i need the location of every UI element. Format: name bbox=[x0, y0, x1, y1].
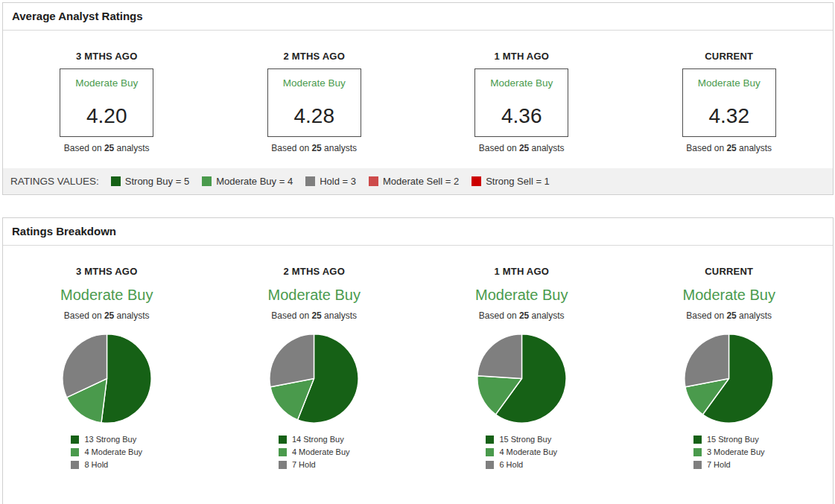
moderate-buy-swatch-icon bbox=[279, 448, 287, 456]
analysts-note-suffix: analysts bbox=[114, 310, 149, 321]
pie-legend-label: 4 Moderate Buy bbox=[499, 447, 557, 456]
breakdown-column: CURRENT Moderate Buy Based on 25 analyst… bbox=[626, 266, 834, 473]
moderate-buy-swatch-icon bbox=[71, 448, 79, 456]
rating-value: 4.20 bbox=[86, 106, 127, 127]
hold-swatch-icon bbox=[693, 461, 702, 469]
pie-legend-label: 13 Strong Buy bbox=[84, 435, 136, 444]
pie-legend-item: 4 Moderate Buy bbox=[486, 447, 557, 456]
analysts-note-prefix: Based on bbox=[479, 310, 519, 321]
breakdown-rating-label: Moderate Buy bbox=[418, 287, 626, 304]
ratings-values-item-label: Strong Sell = 1 bbox=[486, 176, 550, 187]
rating-label: Moderate Buy bbox=[75, 77, 138, 89]
period-label: 3 MTHS AGO bbox=[3, 266, 211, 277]
period-label: 2 MTHS AGO bbox=[211, 51, 419, 62]
average-ratings-columns: 3 MTHS AGO Moderate Buy 4.20 Based on 25… bbox=[3, 31, 833, 153]
pie-chart bbox=[3, 332, 211, 425]
ratings-values-item-label: Moderate Sell = 2 bbox=[383, 176, 459, 187]
ratings-breakdown-panel: Ratings Breakdown 3 MTHS AGO Moderate Bu… bbox=[2, 217, 834, 504]
ratings-values-item: Strong Buy = 5 bbox=[111, 176, 189, 187]
analysts-note: Based on 25 analysts bbox=[3, 310, 211, 321]
moderate-buy-swatch-icon bbox=[693, 448, 702, 456]
pie-legend-item: 13 Strong Buy bbox=[71, 435, 142, 444]
analysts-note: Based on 25 analysts bbox=[626, 310, 834, 321]
analysts-note: Based on 25 analysts bbox=[211, 310, 419, 321]
average-ratings-header: Average Analyst Ratings bbox=[3, 3, 833, 31]
analysts-note-suffix: analysts bbox=[529, 143, 564, 153]
ratings-breakdown-header: Ratings Breakdown bbox=[3, 218, 833, 246]
analysts-note-suffix: analysts bbox=[322, 310, 357, 321]
pie-legend-label: 15 Strong Buy bbox=[499, 435, 551, 444]
hold-swatch-icon bbox=[305, 176, 315, 186]
breakdown-column: 3 MTHS AGO Moderate Buy Based on 25 anal… bbox=[3, 266, 211, 473]
analysts-note: Based on 25 analysts bbox=[626, 143, 834, 153]
hold-swatch-icon bbox=[486, 461, 494, 469]
ratings-values-bar: RATINGS VALUES: Strong Buy = 5 Moderate … bbox=[3, 168, 833, 194]
breakdown-column: 2 MTHS AGO Moderate Buy Based on 25 anal… bbox=[211, 266, 419, 473]
rating-label: Moderate Buy bbox=[490, 77, 553, 89]
rating-label: Moderate Buy bbox=[698, 77, 761, 89]
analysts-count: 25 bbox=[311, 143, 321, 153]
analysts-count: 25 bbox=[104, 143, 114, 153]
hold-swatch-icon bbox=[71, 461, 79, 469]
analysts-note: Based on 25 analysts bbox=[3, 143, 211, 153]
pie-legend: 15 Strong Buy 4 Moderate Buy 6 Hold bbox=[486, 435, 557, 473]
pie-chart bbox=[211, 332, 419, 425]
pie-legend-label: 3 Moderate Buy bbox=[707, 447, 765, 456]
period-label: CURRENT bbox=[626, 51, 834, 62]
period-label: 2 MTHS AGO bbox=[211, 266, 419, 277]
average-ratings-panel: Average Analyst Ratings 3 MTHS AGO Moder… bbox=[2, 2, 834, 195]
period-label: 3 MTHS AGO bbox=[3, 51, 211, 62]
analysts-note-suffix: analysts bbox=[322, 143, 357, 153]
moderate-buy-swatch-icon bbox=[202, 176, 212, 186]
pie-legend-item: 15 Strong Buy bbox=[486, 435, 557, 444]
panel-title: Ratings Breakdown bbox=[12, 225, 116, 237]
ratings-values-item-label: Strong Buy = 5 bbox=[125, 176, 189, 187]
pie-legend-item: 7 Hold bbox=[693, 460, 765, 469]
analysts-note-prefix: Based on bbox=[64, 143, 104, 153]
pie-legend-item: 15 Strong Buy bbox=[693, 435, 765, 444]
rating-box: Moderate Buy 4.28 bbox=[267, 68, 361, 137]
analysts-count: 25 bbox=[104, 310, 114, 321]
ratings-values-item-label: Moderate Buy = 4 bbox=[216, 176, 293, 187]
analysts-note: Based on 25 analysts bbox=[211, 143, 419, 153]
analysts-note-suffix: analysts bbox=[737, 310, 772, 321]
pie-legend: 13 Strong Buy 4 Moderate Buy 8 Hold bbox=[71, 435, 142, 473]
analysts-note-prefix: Based on bbox=[271, 310, 311, 321]
analysts-note-suffix: analysts bbox=[114, 143, 149, 153]
breakdown-rating-label: Moderate Buy bbox=[3, 287, 211, 304]
analysts-note-prefix: Based on bbox=[64, 310, 104, 321]
pie-chart bbox=[626, 332, 834, 425]
pie-legend-label: 7 Hold bbox=[292, 460, 316, 469]
pie-legend: 15 Strong Buy 3 Moderate Buy 7 Hold bbox=[693, 435, 765, 473]
pie-legend-item: 4 Moderate Buy bbox=[279, 447, 350, 456]
pie-legend-label: 14 Strong Buy bbox=[292, 435, 344, 444]
pie-legend-label: 4 Moderate Buy bbox=[292, 447, 350, 456]
rating-label: Moderate Buy bbox=[283, 77, 346, 89]
strong-buy-swatch-icon bbox=[693, 436, 702, 444]
pie-legend-label: 4 Moderate Buy bbox=[84, 447, 142, 456]
pie-legend-item: 3 Moderate Buy bbox=[693, 447, 765, 456]
rating-box: Moderate Buy 4.20 bbox=[60, 68, 153, 137]
ratings-breakdown-columns: 3 MTHS AGO Moderate Buy Based on 25 anal… bbox=[3, 246, 833, 473]
pie-legend-item: 7 Hold bbox=[279, 460, 350, 469]
pie-legend: 14 Strong Buy 4 Moderate Buy 7 Hold bbox=[279, 435, 350, 473]
analysts-note-suffix: analysts bbox=[529, 310, 564, 321]
analysts-count: 25 bbox=[519, 143, 529, 153]
analysts-count: 25 bbox=[519, 310, 529, 321]
period-label: CURRENT bbox=[626, 266, 834, 277]
pie-legend-item: 6 Hold bbox=[486, 460, 557, 469]
rating-value: 4.28 bbox=[294, 106, 335, 127]
rating-value: 4.32 bbox=[709, 106, 750, 127]
strong-buy-swatch-icon bbox=[71, 436, 79, 444]
ratings-values-item: Moderate Buy = 4 bbox=[202, 176, 293, 187]
strong-buy-swatch-icon bbox=[111, 176, 121, 186]
analysts-note-prefix: Based on bbox=[686, 143, 726, 153]
rating-box: Moderate Buy 4.32 bbox=[682, 68, 776, 137]
strong-buy-swatch-icon bbox=[279, 436, 287, 444]
pie-legend-item: 8 Hold bbox=[71, 460, 142, 469]
analysts-note-prefix: Based on bbox=[479, 143, 519, 153]
hold-swatch-icon bbox=[279, 461, 287, 469]
pie-legend-label: 7 Hold bbox=[707, 460, 731, 469]
rating-column: 2 MTHS AGO Moderate Buy 4.28 Based on 25… bbox=[211, 51, 419, 153]
rating-column: 3 MTHS AGO Moderate Buy 4.20 Based on 25… bbox=[3, 51, 211, 153]
